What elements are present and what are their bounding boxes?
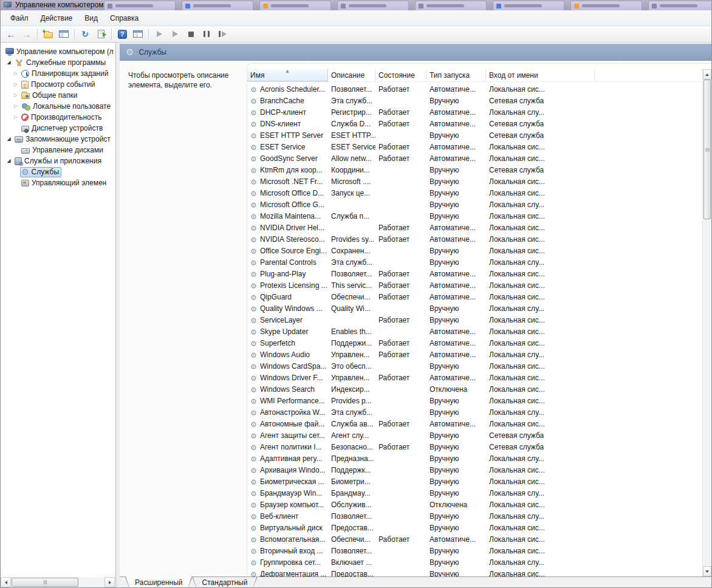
table-row[interactable]: ⚙Plug-and-PlayПозволяет...РаботаетАвтома… bbox=[247, 268, 702, 280]
table-row[interactable]: ⚙Агент защиты сет...Агент слу...ВручнуюС… bbox=[247, 430, 702, 442]
help-button[interactable]: ? bbox=[114, 27, 130, 41]
scroll-up-button[interactable] bbox=[703, 69, 711, 80]
table-row[interactable]: ⚙Microsoft .NET Fr...Microsoft ....Вручн… bbox=[247, 176, 702, 188]
tree-item-shared-folders[interactable]: ▷Общие папки bbox=[1, 90, 115, 101]
tree-item-device-manager[interactable]: Диспетчер устройств bbox=[1, 123, 115, 134]
table-row[interactable]: ⚙DNS-клиентСлужба D...РаботаетАвтоматиче… bbox=[247, 118, 702, 130]
table-row[interactable]: ⚙SuperfetchПоддержи...РаботаетАвтоматиче… bbox=[247, 338, 702, 349]
table-row[interactable]: ⚙Агент политики I...Безопасно...Работает… bbox=[247, 442, 702, 453]
table-row[interactable]: ⚙Виртуальный дискПредостав...ВручнуюЛока… bbox=[247, 522, 702, 534]
menu-item-2[interactable]: Вид bbox=[78, 12, 104, 24]
table-row[interactable]: ⚙Parental ControlsЭта служб...ВручнуюЛок… bbox=[247, 257, 702, 268]
table-row[interactable]: ⚙Биометрическая ...Биометри...ВручнуюЛок… bbox=[247, 476, 702, 488]
table-row[interactable]: ⚙KtmRm для коор...Координи...ВручнуюСете… bbox=[247, 165, 702, 176]
table-row[interactable]: ⚙Windows AudioУправлен...РаботаетАвтомат… bbox=[247, 349, 702, 361]
table-row[interactable]: ⚙ESET ServiceESET ServiceРаботаетАвтомат… bbox=[247, 142, 702, 153]
table-row[interactable]: ⚙Архивация Windo...Поддержк...ВручнуюЛок… bbox=[247, 465, 702, 476]
tree-expander-collapsed-icon[interactable]: ▷ bbox=[11, 68, 20, 79]
table-row[interactable]: ⚙WMI Performance...Provides p...ВручнуюЛ… bbox=[247, 395, 702, 407]
tree-item-disk-management[interactable]: Управление дисками bbox=[1, 145, 115, 156]
table-row[interactable]: ⚙ESET HTTP ServerESET HTTP...ВручнуюСете… bbox=[247, 130, 702, 142]
view-tab-1[interactable]: Стандартный bbox=[193, 577, 258, 588]
column-header-2[interactable]: Состояние bbox=[375, 69, 426, 81]
scroll-left-button[interactable] bbox=[1, 577, 11, 587]
view-tab-0[interactable]: Расширенный bbox=[125, 577, 193, 588]
table-row[interactable]: ⚙Quality Windows ...Quality Wi...Вручную… bbox=[247, 303, 702, 315]
tree-item-event-viewer[interactable]: ▷Просмотр событий bbox=[1, 79, 115, 90]
table-row[interactable]: ⚙Группировка сет...Включает ...ВручнуюЛо… bbox=[247, 557, 702, 569]
table-row[interactable]: ⚙Вторичный вход ...Позволяет...ВручнуюЛо… bbox=[247, 545, 702, 557]
table-row[interactable]: ⚙BranchCacheЭта служб...ВручнуюСетевая с… bbox=[247, 95, 702, 107]
menu-item-0[interactable]: Файл bbox=[4, 12, 35, 24]
table-row[interactable]: ⚙ServiceLayerРаботаетВручнуюЛокальная си… bbox=[247, 315, 702, 326]
tree-expander-collapsed-icon[interactable]: ▷ bbox=[11, 101, 20, 112]
scroll-right-button[interactable] bbox=[104, 577, 115, 587]
table-row[interactable]: ⚙Браузер компьют...Обслужив...ОтключенаЛ… bbox=[247, 499, 702, 511]
tree-expander-expanded-icon[interactable]: ◢ bbox=[4, 134, 13, 145]
tree-expander-collapsed-icon[interactable]: ▷ bbox=[11, 112, 20, 123]
vertical-scroll-thumb[interactable] bbox=[703, 80, 711, 219]
tree-item-local-users[interactable]: ▷Локальные пользовате bbox=[1, 101, 115, 112]
tree-item-services-apps[interactable]: ◢Службы и приложения bbox=[1, 156, 115, 166]
tree-item-tools[interactable]: ◢Служебные программы bbox=[1, 57, 115, 68]
services-vertical-scrollbar[interactable] bbox=[702, 69, 711, 576]
table-row[interactable]: ⚙Веб-клиентПозволяет...ВручнуюЛокальная … bbox=[247, 511, 702, 522]
menu-item-1[interactable]: Действие bbox=[35, 12, 79, 24]
stop-service-button[interactable] bbox=[183, 27, 199, 41]
action-pane-toggle-button[interactable] bbox=[130, 27, 146, 41]
scroll-down-button[interactable] bbox=[703, 566, 711, 576]
tree-item-computer[interactable]: Управление компьютером (л bbox=[1, 46, 115, 57]
up-one-level-button[interactable] bbox=[40, 27, 56, 41]
tree-expander-expanded-icon[interactable]: ◢ bbox=[4, 156, 13, 166]
service-description: Сохранен... bbox=[328, 245, 375, 257]
table-row[interactable]: ⚙QipGuardОбеспечи...РаботаетАвтоматиче..… bbox=[247, 292, 702, 303]
tree-item-wmi[interactable]: Управляющий элемен bbox=[1, 177, 115, 188]
forward-button[interactable]: → bbox=[19, 27, 35, 41]
pause-service-button[interactable] bbox=[199, 27, 214, 41]
table-row[interactable]: ⚙Вспомогательная...Обеспечи...РаботаетАв… bbox=[247, 534, 702, 545]
table-row[interactable]: ⚙Microsoft Office G...ВручнуюЛокальная с… bbox=[247, 199, 702, 211]
back-button[interactable]: ← bbox=[3, 27, 19, 41]
restart-service-button[interactable] bbox=[214, 27, 230, 41]
table-row[interactable]: ⚙Microsoft Office D...Запуск це...Вручну… bbox=[247, 188, 702, 199]
column-header-4[interactable]: Вход от имени bbox=[486, 69, 595, 81]
table-row[interactable]: ⚙Protexis Licensing ...This servic...Раб… bbox=[247, 280, 702, 292]
refresh-button[interactable]: ↻ bbox=[77, 27, 93, 41]
tree-expander-collapsed-icon[interactable]: ▷ bbox=[11, 79, 20, 90]
table-row[interactable]: ⚙Mozilla Maintena...Служба п...ВручнуюЛо… bbox=[247, 211, 702, 222]
tree-item-performance[interactable]: ▷Производительность bbox=[1, 112, 115, 123]
column-header-0[interactable]: ▲Имя bbox=[247, 69, 328, 81]
tree-horizontal-scrollbar[interactable] bbox=[1, 577, 115, 587]
resume-service-button[interactable] bbox=[167, 27, 183, 41]
tree-expander-collapsed-icon[interactable]: ▷ bbox=[11, 90, 20, 101]
table-row[interactable]: ⚙Автонастройка W...Эта служб...ВручнуюЛо… bbox=[247, 407, 702, 419]
table-row[interactable]: ⚙Acronis Scheduler...Позволяет...Работае… bbox=[247, 84, 702, 95]
table-row[interactable]: ⚙Дефрагментация ...Предостав...ВручнуюЛо… bbox=[247, 569, 702, 576]
table-row[interactable]: ⚙Автономные фай...Служба ав...РаботаетАв… bbox=[247, 419, 702, 430]
tree-item-scheduler[interactable]: ▷Планировщик заданий bbox=[1, 68, 115, 79]
table-row[interactable]: ⚙NVIDIA Stereosco...Provides sy...Работа… bbox=[247, 234, 702, 245]
start-service-button[interactable] bbox=[151, 27, 167, 41]
column-header-3[interactable]: Тип запуска bbox=[426, 69, 486, 81]
column-header-1[interactable]: Описание bbox=[328, 69, 375, 81]
table-row[interactable]: ⚙Windows CardSpa...Это обесп...ВручнуюЛо… bbox=[247, 361, 702, 372]
table-row[interactable]: ⚙Skype UpdaterEnables th...Автоматиче...… bbox=[247, 326, 702, 338]
horizontal-scroll-thumb[interactable] bbox=[12, 578, 78, 587]
menu-item-3[interactable]: Справка bbox=[104, 12, 145, 24]
table-row[interactable]: ⚙Windows Driver F...Управлен...РаботаетА… bbox=[247, 372, 702, 384]
table-row[interactable]: ⚙Office Source Engi...Сохранен...Вручную… bbox=[247, 245, 702, 257]
export-list-button[interactable] bbox=[93, 27, 109, 41]
table-row[interactable]: ⚙Windows SearchИндексир...ОтключенаЛокал… bbox=[247, 384, 702, 395]
table-row[interactable]: ⚙NVIDIA Driver Hel...РаботаетАвтоматиче.… bbox=[247, 222, 702, 234]
console-tree-toggle-button[interactable] bbox=[56, 27, 72, 41]
table-row[interactable]: ⚙Брандмауэр Win...Брандмау...ВручнуюЛока… bbox=[247, 488, 702, 499]
console-tree-pane: Управление компьютером (л◢Служебные прог… bbox=[1, 43, 116, 587]
tree-item-storage[interactable]: ◢Запоминающие устройст bbox=[1, 134, 115, 145]
tree-expander-expanded-icon[interactable]: ◢ bbox=[4, 57, 13, 68]
service-logon-as: Локальная слу... bbox=[486, 349, 702, 361]
table-row[interactable]: ⚙DHCP-клиентРегистрир...РаботаетАвтомати… bbox=[247, 107, 702, 118]
title-bar[interactable]: Управление компьютером bbox=[1, 0, 711, 10]
table-row[interactable]: ⚙Адаптивная регу...Предназна...ВручнуюЛо… bbox=[247, 453, 702, 465]
tree-item-services[interactable]: ⚙Службы bbox=[1, 166, 115, 177]
table-row[interactable]: ⚙GoodSync ServerAllow netw...РаботаетАвт… bbox=[247, 153, 702, 165]
